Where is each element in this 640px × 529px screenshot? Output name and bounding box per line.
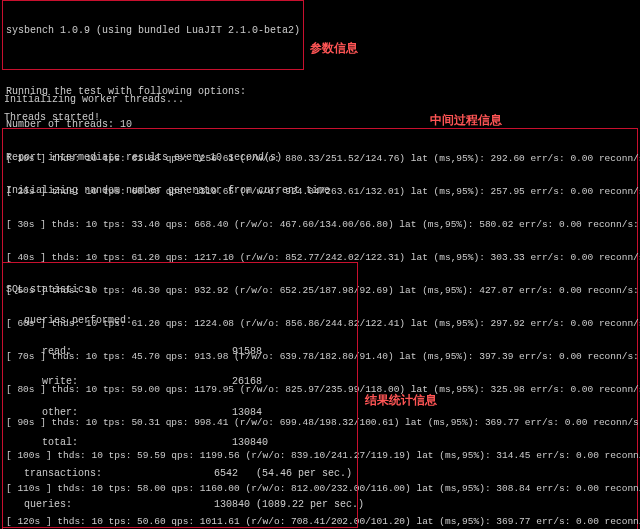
progress-row: [ 20s ] thds: 10 tps: 66.00 qps: 1319.65… bbox=[6, 186, 634, 197]
progress-row: [ 10s ] thds: 10 tps: 61.88 qps: 1256.61… bbox=[6, 153, 634, 164]
write-value: 26168 bbox=[232, 377, 262, 387]
write-label: write: bbox=[6, 377, 232, 387]
header-box: sysbench 1.0.9 (using bundled LuaJIT 2.1… bbox=[2, 0, 304, 70]
sysbench-banner: sysbench 1.0.9 (using bundled LuaJIT 2.1… bbox=[6, 25, 300, 36]
anno-result: 结果统计信息 bbox=[365, 392, 437, 409]
init-workers: Initializing worker threads... bbox=[4, 94, 184, 105]
other-value: 13084 bbox=[232, 408, 262, 418]
transactions-value: 6542 (54.46 per sec.) bbox=[214, 469, 352, 479]
transactions-label: transactions: bbox=[6, 469, 214, 479]
queries-value: 130840 (1089.22 per sec.) bbox=[214, 500, 364, 510]
queries-performed: queries performed: bbox=[6, 316, 354, 326]
progress-row: [ 30s ] thds: 10 tps: 33.40 qps: 668.40 … bbox=[6, 219, 634, 230]
threads-started: Threads started! bbox=[4, 112, 100, 123]
sql-stats-title: SQL statistics: bbox=[6, 285, 354, 295]
queries-label: queries: bbox=[6, 500, 214, 510]
total-label: total: bbox=[6, 438, 232, 448]
other-label: other: bbox=[6, 408, 232, 418]
anno-mid: 中间过程信息 bbox=[430, 112, 502, 129]
stats-box: SQL statistics: queries performed: read:… bbox=[2, 262, 358, 528]
anno-params: 参数信息 bbox=[310, 40, 358, 57]
total-value: 130840 bbox=[232, 438, 268, 448]
read-label: read: bbox=[6, 347, 232, 357]
read-value: 91588 bbox=[232, 347, 262, 357]
